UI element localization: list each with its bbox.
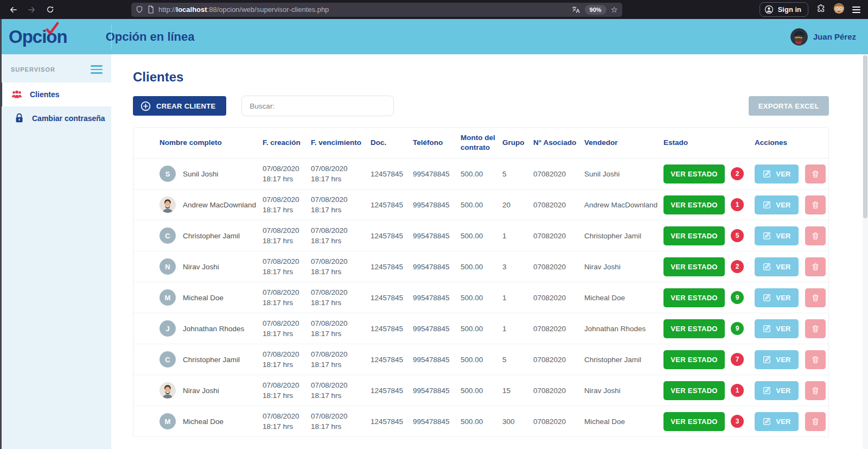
delete-button[interactable] [805,412,826,431]
delete-button[interactable] [805,319,826,338]
zoom-level-badge[interactable]: 90% [585,5,607,15]
page-info-icon[interactable] [148,5,154,14]
sidebar-toggle-icon[interactable] [91,65,103,74]
ver-estado-button[interactable]: VER ESTADO [663,350,725,369]
ver-estado-button[interactable]: VER ESTADO [663,226,725,245]
extensions-icon[interactable] [816,4,826,16]
delete-button[interactable] [805,226,826,245]
expiration-time: 18:17 hrs [311,174,366,184]
column-header: Monto del contrato [461,133,502,152]
creation-date-cell: 07/08/2020 18:17 hrs [263,225,311,246]
ver-estado-button[interactable]: VER ESTADO [663,257,725,276]
sidebar-item-clientes[interactable]: Clientes [0,83,111,106]
page-scrollbar[interactable] [863,54,868,449]
expiration-date-cell: 07/08/2020 18:17 hrs [311,256,371,277]
bookmark-star-icon[interactable]: ☆ [611,5,618,14]
row-avatar: M [159,289,176,306]
edit-ver-button[interactable]: VER [755,165,799,184]
contract-amount: 500.00 [461,325,502,333]
reload-button[interactable] [42,3,58,17]
back-button[interactable] [5,3,21,17]
actions-cell: VER [755,350,830,369]
delete-button[interactable] [805,195,826,214]
creation-time: 18:17 hrs [263,267,307,277]
edit-ver-button[interactable]: VER [755,381,799,400]
client-name-cell: C Christopher Jamil [159,227,263,244]
contract-amount: 500.00 [461,418,502,426]
ver-estado-button[interactable]: VER ESTADO [663,412,725,431]
ver-label: VER [776,170,791,178]
edit-ver-button[interactable]: VER [755,350,799,369]
edit-icon [762,355,771,364]
avatar-initial: M [165,418,171,426]
creation-time: 18:17 hrs [263,390,307,401]
delete-button[interactable] [805,350,826,369]
contract-amount: 500.00 [461,387,502,395]
ver-estado-button[interactable]: VER ESTADO [663,381,725,400]
estado-cell: VER ESTADO 9 [663,319,755,338]
vendor-name: Johnathan Rhodes [584,325,663,333]
sidebar-item-cambiar-contrasena[interactable]: Cambiar contraseña [0,106,111,130]
delete-button[interactable] [805,257,826,276]
actions-cell: VER [755,226,830,245]
page-title: Clientes [133,69,829,85]
edit-ver-button[interactable]: VER [755,319,799,338]
edit-ver-button[interactable]: VER [755,195,799,214]
delete-button[interactable] [805,165,826,184]
phone-number: 995478845 [413,232,461,240]
shield-icon[interactable] [136,5,143,14]
url-bar[interactable]: http://localhost:88/opcion/web/superviso… [131,3,622,17]
column-header: Doc. [371,138,413,148]
phone-number: 995478845 [413,201,461,209]
profile-avatar-icon[interactable] [833,3,845,16]
avatar-initial: J [165,325,169,333]
ver-estado-button[interactable]: VER ESTADO [663,288,725,307]
expiration-date: 07/08/2020 [311,380,366,390]
creation-date-cell: 07/08/2020 18:17 hrs [263,256,311,277]
delete-button[interactable] [805,381,826,400]
ver-estado-button[interactable]: VER ESTADO [663,165,725,184]
forward-button[interactable] [24,3,39,17]
search-input[interactable] [241,96,394,116]
url-text: http://localhost:88/opcion/web/superviso… [158,5,567,14]
associate-number: 07082020 [533,201,584,209]
sidebar: SUPERVISOR Clientes Cambiar contraseña [0,54,111,449]
edit-ver-button[interactable]: VER [755,257,799,276]
document-number: 12457845 [371,387,413,395]
expiration-date: 07/08/2020 [311,287,366,298]
translate-icon[interactable] [571,5,580,14]
creation-date-cell: 07/08/2020 18:17 hrs [263,163,311,184]
ver-estado-button[interactable]: VER ESTADO [663,195,725,214]
trash-icon [811,324,820,333]
ver-estado-button[interactable]: VER ESTADO [663,319,725,338]
avatar-initial: S [165,170,170,178]
expiration-date: 07/08/2020 [311,318,366,328]
row-avatar: S [159,166,176,182]
edit-ver-button[interactable]: VER [755,226,799,245]
expiration-time: 18:17 hrs [311,236,366,246]
delete-button[interactable] [805,288,826,307]
create-client-button[interactable]: CREAR CLIENTE [133,96,226,116]
sign-in-label: Sign in [778,5,801,14]
column-header: F. creación [263,138,311,148]
scrollbar-thumb[interactable] [863,55,867,218]
group-number: 20 [502,201,533,209]
export-excel-button[interactable]: EXPORTA EXCEL [749,96,829,116]
client-name: Sunil Joshi [183,170,218,178]
header-user[interactable]: Juan Pérez [790,28,856,46]
trash-icon [811,386,820,395]
sign-in-button[interactable]: Sign in [760,2,808,17]
actions-cell: VER [755,381,830,400]
client-name: Johnathan Rhodes [183,325,244,333]
creation-date: 07/08/2020 [263,349,307,359]
contract-amount: 500.00 [461,263,502,271]
edit-ver-button[interactable]: VER [755,412,799,431]
associate-number: 07082020 [533,232,584,240]
app-menu-icon[interactable] [852,7,860,13]
edit-ver-button[interactable]: VER [755,288,799,307]
sidebar-item-label: Cambiar contraseña [32,114,105,123]
table-row: A Andrew MacDownland 07/08/2020 18:17 hr… [133,189,828,220]
contract-amount: 500.00 [461,356,502,364]
row-avatar: J [159,320,176,337]
phone-number: 995478845 [413,356,461,364]
